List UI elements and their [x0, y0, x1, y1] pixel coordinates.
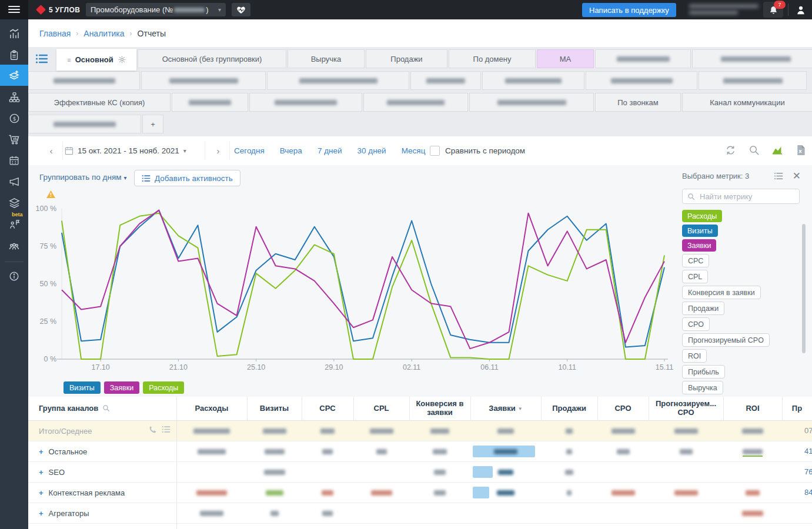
- warning-icon[interactable]: !: [46, 190, 56, 199]
- expand-icon[interactable]: +: [39, 509, 44, 518]
- sidebar-item-catalog[interactable]: [0, 193, 28, 213]
- tab-blurred[interactable]: [363, 93, 468, 112]
- legend-chip[interactable]: Визиты: [64, 381, 101, 394]
- health-button[interactable]: [232, 3, 250, 16]
- column-header-5[interactable]: Конверсия в заявки: [409, 397, 470, 421]
- sidebar-item-marketing[interactable]: [0, 172, 28, 192]
- metric-search[interactable]: [682, 189, 800, 204]
- sidebar-item-calendar[interactable]: [0, 150, 28, 170]
- metric-chip-available[interactable]: CPL: [682, 270, 708, 283]
- column-header-6[interactable]: Заявки▼: [470, 397, 541, 421]
- sidebar-item-info[interactable]: [0, 266, 28, 286]
- column-header-9[interactable]: Прогнозируем... CPO: [649, 397, 723, 421]
- column-header-7[interactable]: Продажи: [541, 397, 597, 421]
- tab-blurred[interactable]: [172, 93, 248, 112]
- expand-icon[interactable]: +: [39, 488, 44, 497]
- sort-desc-icon[interactable]: ▼: [518, 406, 523, 411]
- gear-icon[interactable]: [118, 56, 126, 63]
- channel-group-cell[interactable]: +Остальное: [28, 441, 176, 462]
- account-button[interactable]: [793, 2, 809, 18]
- hamburger-menu-icon[interactable]: [0, 0, 28, 19]
- channel-group-cell[interactable]: Итого/Среднее: [28, 421, 176, 441]
- metric-chip-available[interactable]: Выручка: [682, 381, 723, 394]
- sidebar-item-team[interactable]: [0, 236, 28, 256]
- metric-chip-selected[interactable]: Расходы: [682, 210, 722, 222]
- channel-group-cell[interactable]: +Агрегаторы: [28, 503, 176, 524]
- metric-chip-available[interactable]: CPO: [682, 317, 710, 331]
- metric-chip-selected[interactable]: Заявки: [682, 239, 716, 252]
- metric-search-input[interactable]: [699, 192, 789, 202]
- sidebar-item-finance[interactable]: $: [0, 108, 28, 128]
- sidebar-item-orders[interactable]: [0, 129, 28, 149]
- tab-blurred[interactable]: [692, 49, 812, 68]
- tab-blurred[interactable]: [28, 115, 141, 133]
- metric-chip-available[interactable]: Конверсия в заявки: [682, 286, 761, 299]
- sidebar-item-funnel[interactable]: [0, 87, 28, 107]
- tab-r0-5[interactable]: МА: [537, 49, 594, 68]
- column-header-4[interactable]: CPL: [353, 397, 409, 421]
- tab-blurred[interactable]: [699, 71, 807, 90]
- sidebar-item-reports[interactable]: [0, 45, 28, 65]
- sidebar-item-analytics[interactable]: [0, 24, 28, 44]
- tab-r0-4[interactable]: По домену: [449, 49, 536, 68]
- column-header-10[interactable]: ROI: [723, 397, 782, 421]
- breadcrumb-analytics[interactable]: Аналитика: [83, 29, 124, 38]
- list-icon[interactable]: [162, 426, 171, 433]
- refresh-icon[interactable]: [724, 143, 737, 156]
- column-header-2[interactable]: Визиты: [247, 397, 302, 421]
- channel-group-cell[interactable]: +Контекстная реклама: [28, 483, 176, 503]
- metric-chip-selected[interactable]: Визиты: [682, 225, 718, 237]
- breadcrumb-home[interactable]: Главная: [39, 29, 71, 38]
- column-header-3[interactable]: CPC: [302, 397, 353, 421]
- app-logo[interactable]: 5 УГЛОВ: [36, 0, 80, 19]
- tab-r2-0[interactable]: Эффективные КС (копия): [28, 93, 171, 112]
- metric-chip-available[interactable]: Прибыль: [682, 365, 725, 379]
- column-search-icon[interactable]: [102, 404, 110, 412]
- metric-chip-available[interactable]: CPC: [682, 254, 709, 267]
- phone-icon[interactable]: [148, 426, 157, 434]
- next-period-button[interactable]: ›: [209, 143, 227, 158]
- tab-add[interactable]: +: [142, 115, 163, 133]
- metrics-scrollbar[interactable]: [802, 224, 806, 353]
- tab-blurred[interactable]: [469, 93, 594, 112]
- date-range-picker[interactable]: 15 окт. 2021 - 15 нояб. 2021 ▾: [65, 143, 186, 158]
- compare-period-checkbox[interactable]: Сравнить с периодом: [430, 143, 525, 158]
- tab-r0-2[interactable]: Выручка: [288, 49, 365, 68]
- column-header-8[interactable]: CPO: [597, 397, 649, 421]
- tab-blurred[interactable]: [249, 93, 362, 112]
- sidebar-item-active[interactable]: [0, 65, 28, 86]
- excel-export-icon[interactable]: x: [794, 143, 807, 156]
- tab-blurred[interactable]: [410, 71, 481, 90]
- date-preset-1[interactable]: Вчера: [280, 146, 302, 155]
- tab-r2-5[interactable]: По звонкам: [595, 93, 681, 112]
- date-preset-0[interactable]: Сегодня: [234, 146, 265, 155]
- tab-blurred[interactable]: [595, 49, 691, 68]
- tab-r0-0[interactable]: ≡Основной: [56, 49, 136, 71]
- project-selector[interactable]: Промоборудование (№ ) ▾: [86, 3, 226, 16]
- username-blurred[interactable]: [689, 4, 758, 16]
- legend-chip[interactable]: Расходы: [143, 381, 184, 394]
- close-icon[interactable]: ✕: [793, 171, 801, 181]
- support-button[interactable]: Написать в поддержку: [582, 3, 676, 17]
- expand-icon[interactable]: +: [39, 447, 44, 456]
- search-icon[interactable]: [747, 143, 760, 156]
- metric-chip-available[interactable]: Продажи: [682, 302, 724, 315]
- date-preset-3[interactable]: 30 дней: [357, 146, 386, 155]
- metric-chip-available[interactable]: Прогнозируемый CPO: [682, 333, 770, 347]
- date-preset-4[interactable]: Месяц: [402, 146, 426, 155]
- channel-group-cell[interactable]: +SEO: [28, 462, 176, 483]
- prev-period-button[interactable]: ‹: [42, 143, 60, 158]
- tab-blurred[interactable]: [141, 71, 266, 90]
- metrics-list-icon[interactable]: [774, 172, 783, 180]
- legend-chip[interactable]: Заявки: [104, 381, 139, 394]
- column-header-1[interactable]: Расходы: [176, 397, 247, 421]
- sidebar-item-beta-tool[interactable]: beta: [0, 214, 28, 234]
- tab-blurred[interactable]: [482, 71, 584, 90]
- column-header-0[interactable]: Группа каналов: [28, 397, 176, 421]
- tab-blurred[interactable]: [267, 71, 409, 90]
- expand-icon[interactable]: +: [39, 468, 44, 477]
- column-header-11[interactable]: Пр: [782, 397, 812, 421]
- metric-chip-available[interactable]: ROI: [682, 349, 707, 363]
- tab-blurred[interactable]: [586, 71, 697, 90]
- date-preset-2[interactable]: 7 дней: [318, 146, 342, 155]
